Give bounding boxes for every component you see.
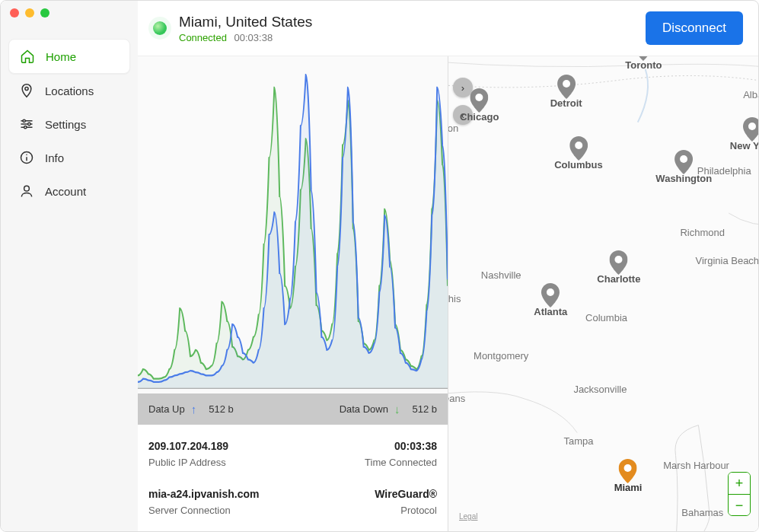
map-city-miami[interactable]: Miami xyxy=(614,459,643,493)
map-label-marsh-harbour: Marsh Harbour xyxy=(663,459,729,470)
svg-point-15 xyxy=(563,80,570,88)
map-city-chicago[interactable]: Chicago xyxy=(460,88,499,123)
protocol-label: Protocol xyxy=(293,505,438,516)
map-city-toronto[interactable]: Toronto xyxy=(625,56,662,71)
map-pin-icon xyxy=(674,150,693,174)
time-connected-value: 00:03:38 xyxy=(293,440,438,452)
svg-point-14 xyxy=(476,94,483,101)
map-label-eans: eans xyxy=(448,393,465,404)
svg-point-19 xyxy=(615,256,623,263)
maximize-window-icon[interactable] xyxy=(40,8,49,18)
map-label-richmond: Richmond xyxy=(680,226,725,237)
map-legal-link[interactable]: Legal xyxy=(459,512,477,521)
map-pin-icon xyxy=(569,136,588,161)
svg-point-16 xyxy=(748,123,756,130)
zoom-in-button[interactable]: + xyxy=(729,473,750,494)
sidebar-item-label: Locations xyxy=(45,84,94,97)
sidebar-item-info[interactable]: Info xyxy=(8,141,130,174)
map-city-label: Detroit xyxy=(550,97,582,109)
connection-duration: 00:03:38 xyxy=(234,32,273,43)
map-pin-icon xyxy=(619,459,637,483)
connection-status: Connected xyxy=(179,32,227,43)
map-city-columbus[interactable]: Columbus xyxy=(554,136,603,170)
map-zoom-controls: + − xyxy=(728,472,751,516)
map-city-new-york[interactable]: New York xyxy=(730,117,758,151)
data-down-value: 512 b xyxy=(412,403,437,415)
svg-point-0 xyxy=(25,87,28,90)
svg-point-17 xyxy=(575,142,582,149)
map-city-detroit[interactable]: Detroit xyxy=(550,75,582,109)
map-pin-icon xyxy=(634,56,652,61)
sidebar-item-label: Home xyxy=(46,50,76,63)
pin-icon xyxy=(19,83,34,98)
data-transfer-bar: Data Up ↑ 512 b Data Down ↓ 512 b xyxy=(138,393,448,425)
map-label-philadelphia: Philadelphia xyxy=(697,164,751,176)
sidebar-item-label: Info xyxy=(45,151,64,164)
map-city-charlotte[interactable]: Charlotte xyxy=(597,250,640,285)
server-label: Server Connection xyxy=(148,505,293,516)
map-label-his: his xyxy=(448,293,461,304)
connection-location: Miami, United States xyxy=(179,14,633,30)
close-window-icon[interactable] xyxy=(10,8,19,18)
sidebar-item-locations[interactable]: Locations xyxy=(8,74,130,107)
info-icon xyxy=(19,150,34,165)
map-label-albany: Albany xyxy=(743,88,758,100)
data-down-label: Data Down xyxy=(340,403,388,415)
map-city-label: Toronto xyxy=(625,59,662,71)
sidebar: Home Locations Settings Info xyxy=(1,1,138,531)
map-city-label: Chicago xyxy=(460,111,499,123)
sliders-icon xyxy=(19,116,34,132)
connection-info: 209.107.204.189 Public IP Address 00:03:… xyxy=(138,425,448,531)
sidebar-item-label: Account xyxy=(45,185,86,198)
user-icon xyxy=(19,183,34,199)
map-label-montgomery: Montgomery xyxy=(474,350,528,362)
data-up-label: Data Up xyxy=(148,403,185,415)
sidebar-item-settings[interactable]: Settings xyxy=(8,107,130,141)
map-label-nashville: Nashville xyxy=(481,269,521,281)
home-icon xyxy=(20,49,35,64)
svg-point-10 xyxy=(24,186,30,191)
map-pin-icon xyxy=(610,250,628,275)
arrow-down-icon: ↓ xyxy=(394,403,400,416)
svg-point-20 xyxy=(547,288,554,296)
map-label-tampa: Tampa xyxy=(563,435,593,447)
server-value: mia-a24.ipvanish.com xyxy=(148,488,293,500)
traffic-chart xyxy=(138,56,448,393)
svg-point-4 xyxy=(23,119,25,122)
minimize-window-icon[interactable] xyxy=(25,8,34,18)
map-panel[interactable]: › ‹ Toronto Chicago Detroit New York xyxy=(448,56,758,531)
map-pin-icon xyxy=(541,283,560,307)
public-ip-value: 209.107.204.189 xyxy=(148,440,293,452)
map-city-label: Miami xyxy=(614,482,643,493)
zoom-out-button[interactable]: − xyxy=(729,494,750,515)
map-city-label: Charlotte xyxy=(597,273,640,285)
map-label-columbia: Columbia xyxy=(585,312,627,323)
svg-point-21 xyxy=(624,464,632,472)
map-label-on: on xyxy=(448,122,458,133)
window-controls[interactable] xyxy=(10,8,49,18)
arrow-up-icon: ↑ xyxy=(191,403,197,416)
svg-point-5 xyxy=(28,123,30,125)
map-label-jacksonville: Jacksonville xyxy=(573,383,627,394)
map-pin-icon xyxy=(470,88,489,113)
stats-panel: Data Up ↑ 512 b Data Down ↓ 512 b 209.10… xyxy=(138,56,448,531)
protocol-value: WireGuard® xyxy=(293,488,438,500)
svg-point-6 xyxy=(24,126,27,129)
map-city-atlanta[interactable]: Atlanta xyxy=(534,283,567,317)
public-ip-label: Public IP Address xyxy=(148,457,293,468)
map-city-label: New York xyxy=(730,140,758,151)
svg-point-9 xyxy=(26,154,27,155)
time-connected-label: Time Connected xyxy=(293,457,438,468)
map-city-label: Columbus xyxy=(554,159,603,170)
data-up-value: 512 b xyxy=(209,403,234,415)
map-city-label: Atlanta xyxy=(534,306,567,317)
svg-point-18 xyxy=(680,155,687,163)
status-indicator-icon xyxy=(153,21,167,35)
sidebar-item-home[interactable]: Home xyxy=(8,39,130,74)
map-pin-icon xyxy=(557,75,576,99)
map-pin-icon xyxy=(743,117,758,142)
sidebar-item-label: Settings xyxy=(45,118,86,131)
connection-header: Miami, United States Connected 00:03:38 … xyxy=(138,1,758,56)
sidebar-item-account[interactable]: Account xyxy=(8,174,130,208)
disconnect-button[interactable]: Disconnect xyxy=(646,11,743,45)
